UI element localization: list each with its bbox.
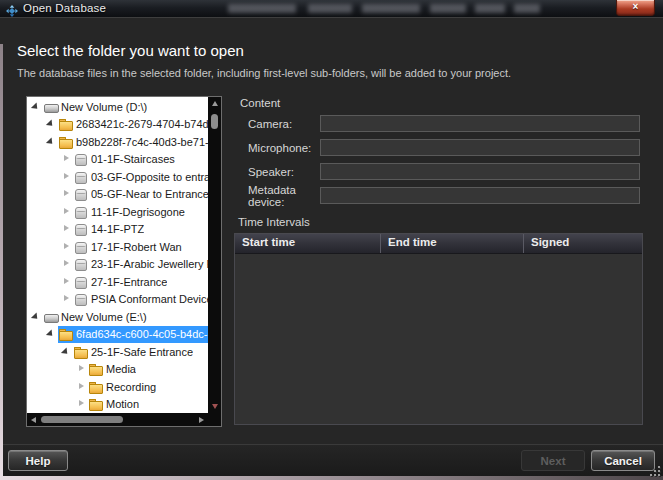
tree-item-label: 25-1F-Safe Entrance (91, 346, 193, 358)
database-icon (74, 293, 88, 305)
expander-icon[interactable] (62, 294, 72, 304)
tree-item-label: 14-1F-PTZ (91, 223, 144, 235)
tree-item-label: Motion (106, 398, 139, 410)
horizontal-scroll-thumb[interactable] (41, 416, 123, 423)
row-content: 23-1F-Arabic Jewellery Pr (73, 256, 208, 274)
scroll-left-icon[interactable] (31, 417, 36, 423)
database-icon (74, 276, 88, 288)
row-content: Recording (88, 378, 208, 396)
resize-grip[interactable] (648, 464, 660, 476)
column-header-signed[interactable]: Signed (524, 234, 642, 253)
app-icon (6, 3, 18, 15)
tree-item-11-1f-degrisogone[interactable]: 11-1F-Degrisogone (27, 203, 208, 221)
tree-item-label: New Volume (E:\) (61, 311, 147, 323)
tree-item-25-1f-safe-entrance[interactable]: 25-1F-Safe Entrance (27, 343, 208, 361)
tree-item-01-1f-staircases[interactable]: 01-1F-Staircases (27, 151, 208, 169)
page-title: Select the folder you want to open (17, 42, 244, 59)
tree-item-label: PSIA Conformant Device (91, 293, 208, 305)
tree-item-b98b228f-7c4c-40d3-be71-1[interactable]: b98b228f-7c4c-40d3-be71-1 (27, 133, 208, 151)
expander-icon[interactable] (77, 399, 87, 409)
open-database-dialog: Open Database × Select the folder you wa… (0, 0, 663, 480)
expander-icon[interactable] (32, 312, 42, 322)
cancel-button[interactable]: Cancel (591, 450, 655, 471)
row-content: 01-1F-Staircases (73, 151, 208, 169)
drive-icon (44, 101, 58, 113)
horizontal-scrollbar[interactable] (27, 413, 208, 426)
metadata-device-input[interactable] (320, 187, 640, 204)
content-fields: Camera:Microphone:Speaker:Metadata devic… (240, 115, 640, 211)
background-window-artifact (228, 4, 540, 14)
folder-icon (89, 381, 103, 393)
tree-item-label: 6fad634c-c600-4c05-b4dc-c (76, 328, 208, 340)
expander-icon[interactable] (47, 137, 57, 147)
close-button[interactable]: × (616, 0, 655, 16)
field-row-metadata-device: Metadata device: (240, 187, 640, 204)
tree-item-17-1f-robert-wan[interactable]: 17-1F-Robert Wan (27, 238, 208, 256)
expander-icon[interactable] (62, 207, 72, 217)
tree-item-23-1f-arabic-jewellery-pr[interactable]: 23-1F-Arabic Jewellery Pr (27, 256, 208, 274)
expander-icon[interactable] (62, 347, 72, 357)
expander-icon[interactable] (62, 259, 72, 269)
field-label: Metadata device: (240, 184, 320, 208)
field-row-microphone: Microphone: (240, 139, 640, 156)
folder-icon (89, 398, 103, 410)
next-button[interactable]: Next (521, 450, 585, 471)
column-header-end-time[interactable]: End time (381, 234, 524, 253)
expander-icon[interactable] (77, 364, 87, 374)
scroll-right-icon[interactable] (199, 417, 204, 423)
field-row-camera: Camera: (240, 115, 640, 132)
database-icon (74, 206, 88, 218)
expander-icon[interactable] (32, 102, 42, 112)
expander-icon[interactable] (47, 119, 57, 129)
database-icon (74, 171, 88, 183)
tree-item-new-volume-e[interactable]: New Volume (E:\) (27, 308, 208, 326)
tree-item-psia-conformant-device[interactable]: PSIA Conformant Device (27, 291, 208, 309)
scroll-down-icon[interactable] (212, 404, 218, 409)
database-icon (74, 188, 88, 200)
database-icon (74, 241, 88, 253)
tree-item-motion[interactable]: Motion (27, 396, 208, 414)
column-header-start-time[interactable]: Start time (235, 234, 381, 253)
tree-item-05-gf-near-to-entrance[interactable]: 05-GF-Near to Entrance (27, 186, 208, 204)
tree-item-label: 23-1F-Arabic Jewellery Pr (91, 258, 208, 270)
expander-icon[interactable] (62, 242, 72, 252)
row-content: 11-1F-Degrisogone (73, 203, 208, 221)
expander-icon[interactable] (62, 189, 72, 199)
expander-icon[interactable] (77, 382, 87, 392)
tree-item-27-1f-entrance[interactable]: 27-1F-Entrance (27, 273, 208, 291)
help-button[interactable]: Help (8, 450, 68, 471)
tree-item-2683421c-2679-4704-b74d[interactable]: 2683421c-2679-4704-b74d- (27, 116, 208, 134)
folder-tree-rows: New Volume (D:\)2683421c-2679-4704-b74d-… (27, 97, 208, 413)
tree-item-03-gf-opposite-to-entra[interactable]: 03-GF-Opposite to entra (27, 168, 208, 186)
expander-icon[interactable] (62, 172, 72, 182)
folder-icon (59, 118, 73, 130)
expander-icon[interactable] (62, 224, 72, 234)
tree-item-14-1f-ptz[interactable]: 14-1F-PTZ (27, 221, 208, 239)
speaker-input[interactable] (320, 163, 640, 180)
vertical-scrollbar[interactable] (208, 97, 221, 413)
expander-icon[interactable] (62, 277, 72, 287)
tree-item-label: 05-GF-Near to Entrance (91, 188, 208, 200)
microphone-input[interactable] (320, 139, 640, 156)
tree-item-new-volume-d[interactable]: New Volume (D:\) (27, 98, 208, 116)
title-bar[interactable]: Open Database × (0, 0, 663, 18)
vertical-scroll-thumb[interactable] (211, 114, 218, 129)
row-content: 2683421c-2679-4704-b74d- (58, 116, 208, 134)
tree-item-label: New Volume (D:\) (61, 101, 147, 113)
scroll-up-icon[interactable] (212, 101, 218, 106)
tree-item-media[interactable]: Media (27, 361, 208, 379)
folder-tree: New Volume (D:\)2683421c-2679-4704-b74d-… (26, 96, 222, 427)
expander-icon[interactable] (47, 329, 57, 339)
row-content: b98b228f-7c4c-40d3-be71-1 (58, 133, 208, 151)
tree-item-recording[interactable]: Recording (27, 378, 208, 396)
field-label: Speaker: (240, 166, 320, 178)
row-content: 17-1F-Robert Wan (73, 238, 208, 256)
tree-item-6fad634c-c600-4c05-b4dc-c[interactable]: 6fad634c-c600-4c05-b4dc-c (27, 326, 208, 344)
field-label: Camera: (240, 118, 320, 130)
page-subtitle: The database files in the selected folde… (17, 67, 511, 79)
camera-input[interactable] (320, 115, 640, 132)
tree-item-label: 01-1F-Staircases (91, 153, 175, 165)
row-content: PSIA Conformant Device (73, 291, 208, 309)
time-intervals-table: Start timeEnd timeSigned (234, 233, 643, 425)
expander-icon[interactable] (62, 154, 72, 164)
